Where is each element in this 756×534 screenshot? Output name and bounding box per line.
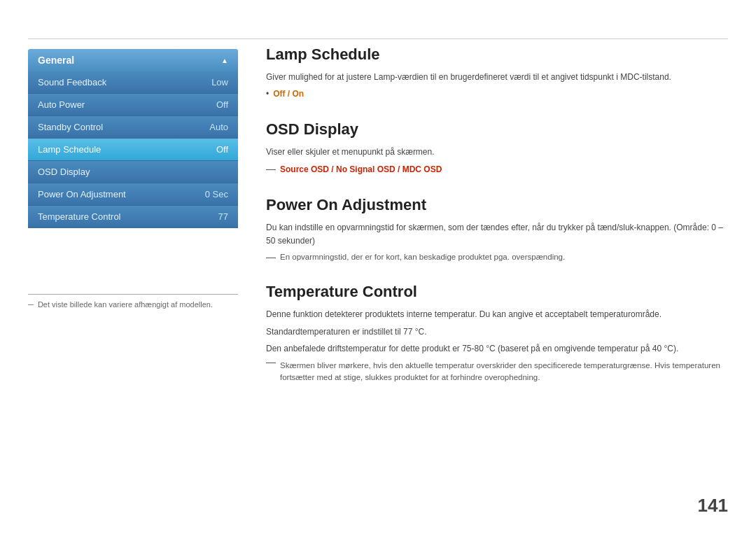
- temperature-note-line: Skærmen bliver mørkere, hvis den aktuell…: [266, 360, 728, 384]
- menu-item-label: Temperature Control: [38, 211, 121, 222]
- osd-links-line: Source OSD / No Signal OSD / MDC OSD: [266, 163, 728, 176]
- sidebar-arrow-icon: ▲: [221, 57, 228, 64]
- sidebar-panel: General ▲ Sound FeedbackLowAuto PowerOff…: [28, 49, 238, 228]
- sidebar-footnote-area: ─ Det viste billede kan variere afhængig…: [28, 294, 238, 309]
- power-on-desc: Du kan indstille en opvarmningstid for s…: [266, 221, 728, 248]
- sidebar-title-text: General: [38, 55, 74, 66]
- sidebar-item-sound-feedback[interactable]: Sound FeedbackLow: [28, 71, 238, 94]
- osd-display-body: Viser eller skjuler et menupunkt på skær…: [266, 146, 728, 176]
- page-number: 141: [698, 495, 728, 517]
- sidebar-title: General ▲: [28, 49, 238, 71]
- menu-item-value: Low: [211, 77, 228, 87]
- sidebar-item-power-on-adjustment[interactable]: Power On Adjustment0 Sec: [28, 183, 238, 206]
- lamp-schedule-title: Lamp Schedule: [266, 45, 728, 64]
- lamp-schedule-desc: Giver mulighed for at justere Lamp-værdi…: [266, 71, 728, 84]
- osd-display-title: OSD Display: [266, 120, 728, 139]
- section-lamp-schedule: Lamp Schedule Giver mulighed for at just…: [266, 45, 728, 101]
- main-content: Lamp Schedule Giver mulighed for at just…: [266, 45, 728, 403]
- menu-item-label: Power On Adjustment: [38, 189, 126, 199]
- power-on-note-line: En opvarmningstid, der er for kort, kan …: [266, 251, 728, 263]
- osd-link-labels: Source OSD / No Signal OSD / MDC OSD: [280, 163, 442, 176]
- sidebar-menu: Sound FeedbackLowAuto PowerOffStandby Co…: [28, 71, 238, 228]
- menu-item-value: Off: [216, 144, 228, 155]
- temperature-desc3: Den anbefalede driftstemperatur for dett…: [266, 342, 728, 356]
- menu-item-label: Sound Feedback: [38, 77, 106, 87]
- power-on-dash: [266, 258, 276, 258]
- section-power-on-adjustment: Power On Adjustment Du kan indstille en …: [266, 196, 728, 264]
- footnote-divider: [28, 294, 238, 295]
- osd-dash: [266, 169, 276, 170]
- section-temperature-control: Temperature Control Denne funktion detek…: [266, 283, 728, 384]
- temperature-desc1: Denne funktion detekterer produktets int…: [266, 308, 728, 321]
- menu-item-label: Lamp Schedule: [38, 144, 101, 155]
- power-on-body: Du kan indstille en opvarmningstid for s…: [266, 221, 728, 264]
- menu-item-value: 77: [218, 211, 228, 222]
- sidebar-item-auto-power[interactable]: Auto PowerOff: [28, 94, 238, 116]
- temperature-desc2: Standardtemperaturen er indstillet til 7…: [266, 325, 728, 339]
- sidebar-item-temperature-control[interactable]: Temperature Control77: [28, 206, 238, 228]
- power-on-title: Power On Adjustment: [266, 196, 728, 214]
- osd-display-desc: Viser eller skjuler et menupunkt på skær…: [266, 146, 728, 159]
- top-divider: [28, 38, 728, 39]
- lamp-schedule-options: Off / On: [273, 87, 304, 101]
- menu-item-value: Auto: [209, 122, 228, 132]
- menu-item-value: Off: [216, 99, 228, 110]
- temperature-body: Denne funktion detekterer produktets int…: [266, 308, 728, 384]
- menu-item-value: 0 Sec: [205, 189, 228, 199]
- footnote-text: ─ Det viste billede kan variere afhængig…: [28, 300, 238, 309]
- sidebar-item-standby-control[interactable]: Standby ControlAuto: [28, 116, 238, 139]
- section-osd-display: OSD Display Viser eller skjuler et menup…: [266, 120, 728, 176]
- menu-item-label: Auto Power: [38, 99, 85, 110]
- lamp-schedule-bullet: • Off / On: [266, 87, 728, 101]
- temperature-note: Skærmen bliver mørkere, hvis den aktuell…: [280, 360, 728, 384]
- menu-item-label: OSD Display: [38, 167, 90, 177]
- sidebar-item-osd-display[interactable]: OSD Display: [28, 161, 238, 183]
- bullet-icon: •: [266, 87, 269, 101]
- temperature-title: Temperature Control: [266, 283, 728, 301]
- menu-item-label: Standby Control: [38, 122, 103, 132]
- temperature-dash: [266, 363, 276, 363]
- lamp-schedule-body: Giver mulighed for at justere Lamp-værdi…: [266, 71, 728, 101]
- sidebar-item-lamp-schedule[interactable]: Lamp ScheduleOff: [28, 139, 238, 161]
- power-on-note: En opvarmningstid, der er for kort, kan …: [280, 251, 565, 263]
